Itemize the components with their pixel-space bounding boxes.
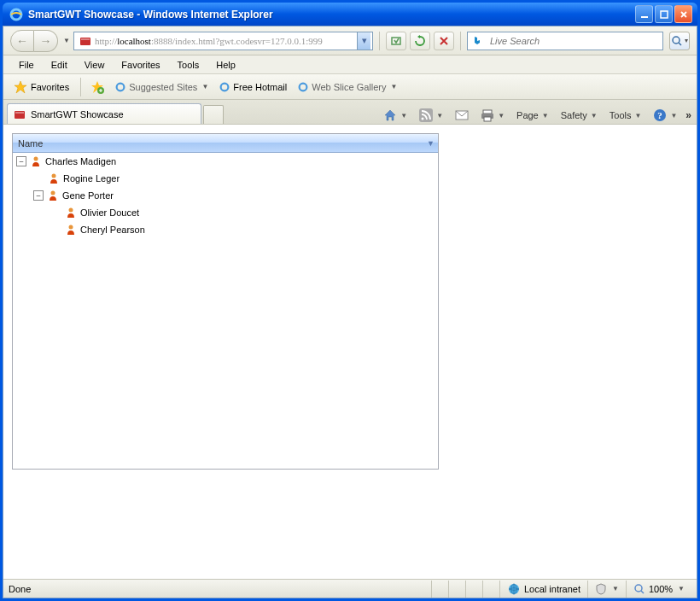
svg-rect-18 — [484, 117, 491, 121]
security-zone[interactable]: Local intranet — [499, 581, 587, 598]
menu-bar: File Edit View Favorites Tools Help — [3, 55, 697, 74]
tree-header[interactable]: Name ▼ — [13, 134, 438, 153]
stop-button[interactable] — [434, 32, 454, 50]
svg-rect-2 — [661, 11, 668, 18]
menu-help[interactable]: Help — [207, 57, 244, 73]
globe-icon — [507, 582, 521, 596]
close-button[interactable] — [674, 5, 692, 23]
tab-bar: SmartGWT Showcase ▼ ▼ ▼ Page▼ Safety▼ To… — [3, 100, 697, 125]
menu-tools[interactable]: Tools — [169, 57, 208, 73]
tree-row[interactable]: −Gene Porter — [13, 187, 438, 204]
refresh-button[interactable] — [410, 32, 430, 50]
star-icon — [14, 80, 27, 94]
person-icon — [30, 155, 42, 167]
menu-edit[interactable]: Edit — [43, 57, 76, 73]
person-icon — [65, 207, 77, 219]
svg-point-10 — [300, 83, 307, 90]
suggested-sites-link[interactable]: Suggested Sites▼ — [111, 79, 212, 95]
safety-menu[interactable]: Safety▼ — [557, 108, 601, 122]
bing-icon — [471, 35, 483, 47]
tree-body: −Charles MadigenRogine Leger−Gene Porter… — [13, 153, 438, 469]
address-bar[interactable]: http://localhost:8888/index.html?gwt.cod… — [73, 32, 373, 50]
svg-rect-1 — [641, 16, 648, 18]
new-tab-button[interactable] — [203, 105, 224, 124]
tab-active[interactable]: SmartGWT Showcase — [7, 103, 201, 124]
person-icon — [65, 224, 77, 236]
overflow-button[interactable]: » — [685, 109, 691, 121]
free-hotmail-link[interactable]: Free Hotmail — [215, 79, 290, 95]
feeds-button[interactable]: ▼ — [416, 107, 446, 124]
web-slice-link[interactable]: Web Slice Gallery▼ — [294, 79, 400, 95]
favorites-bar: Favorites Suggested Sites▼ Free Hotmail … — [3, 74, 697, 100]
search-bar[interactable] — [467, 32, 663, 50]
collapse-icon[interactable]: − — [16, 156, 26, 166]
nav-toolbar: ← → ▼ http://localhost:8888/index.html?g… — [3, 26, 697, 55]
svg-rect-4 — [81, 38, 90, 40]
tree-header-label: Name — [18, 138, 43, 149]
minimize-button[interactable] — [635, 5, 653, 23]
svg-rect-12 — [15, 112, 24, 114]
protected-mode-button[interactable]: ▼ — [587, 581, 626, 598]
node-label: Rogine Leger — [63, 173, 120, 184]
svg-point-8 — [117, 83, 125, 90]
titlebar[interactable]: SmartGWT Showcase - Windows Internet Exp… — [3, 3, 697, 26]
svg-point-28 — [635, 585, 642, 592]
header-menu-button[interactable]: ▼ — [427, 139, 435, 148]
svg-rect-16 — [483, 110, 492, 114]
node-label: Olivier Doucet — [80, 207, 139, 218]
window-title: SmartGWT Showcase - Windows Internet Exp… — [28, 9, 635, 20]
page-menu[interactable]: Page▼ — [513, 108, 552, 122]
help-button[interactable]: ?▼ — [650, 107, 680, 124]
svg-point-14 — [422, 118, 424, 120]
node-label: Charles Madigen — [45, 156, 116, 166]
search-button[interactable]: ▾ — [669, 32, 690, 50]
favorites-label: Favorites — [31, 82, 69, 92]
tree-row[interactable]: Olivier Doucet — [13, 204, 438, 221]
menu-file[interactable]: File — [10, 57, 43, 73]
back-button[interactable]: ← — [10, 30, 34, 52]
ie-logo-icon — [9, 8, 23, 21]
person-icon — [47, 190, 59, 201]
zoom-control[interactable]: 100% ▼ — [626, 581, 691, 598]
collapse-icon[interactable]: − — [33, 190, 44, 201]
print-button[interactable]: ▼ — [477, 107, 508, 124]
search-input[interactable] — [487, 36, 662, 46]
favorites-button[interactable]: Favorites — [9, 79, 74, 96]
tree-row[interactable]: Rogine Leger — [13, 170, 438, 187]
ie-small-icon — [219, 81, 230, 93]
svg-point-25 — [69, 225, 73, 230]
zoom-icon — [633, 583, 645, 595]
read-mail-button[interactable] — [452, 108, 472, 123]
home-button[interactable]: ▼ — [380, 107, 411, 124]
status-text: Done — [9, 584, 431, 594]
node-label: Cheryl Pearson — [80, 225, 145, 235]
ie-small-icon — [114, 81, 126, 93]
address-dropdown[interactable]: ▾ — [357, 32, 370, 50]
svg-rect-13 — [419, 108, 433, 122]
tree-row[interactable]: Cheryl Pearson — [13, 221, 438, 238]
shield-icon — [595, 583, 607, 595]
url-text[interactable]: http://localhost:8888/index.html?gwt.cod… — [95, 36, 357, 46]
tree-grid[interactable]: Name ▼ −Charles MadigenRogine Leger−Gene… — [12, 133, 439, 470]
menu-favorites[interactable]: Favorites — [113, 57, 168, 73]
nav-history-dropdown[interactable]: ▼ — [63, 37, 70, 44]
page-content: Name ▼ −Charles MadigenRogine Leger−Gene… — [3, 125, 697, 579]
status-bar: Done Local intranet ▼ 100% ▼ — [3, 579, 697, 598]
tree-row[interactable]: −Charles Madigen — [13, 153, 438, 170]
compat-view-button[interactable] — [386, 32, 406, 50]
ie-small-icon — [297, 81, 309, 93]
person-icon — [48, 172, 60, 184]
site-icon — [79, 34, 92, 48]
maximize-button[interactable] — [655, 5, 673, 23]
svg-text:?: ? — [658, 110, 663, 120]
svg-point-22 — [52, 174, 56, 178]
forward-button[interactable]: → — [34, 30, 58, 52]
svg-point-23 — [51, 191, 55, 195]
tools-menu[interactable]: Tools▼ — [606, 108, 645, 122]
node-label: Gene Porter — [62, 190, 114, 201]
menu-view[interactable]: View — [76, 57, 114, 73]
add-favorite-button[interactable] — [87, 79, 108, 96]
tab-label: SmartGWT Showcase — [31, 109, 124, 120]
svg-point-6 — [673, 37, 680, 44]
svg-point-9 — [221, 83, 229, 90]
